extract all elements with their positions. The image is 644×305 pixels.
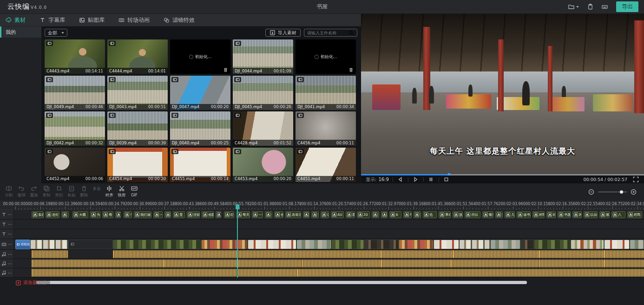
- previous-frame-button[interactable]: [397, 176, 404, 182]
- timeline-ruler[interactable]: 00:00:00.00000:00:06.19800:00:12.39600:0…: [0, 201, 644, 210]
- track-header[interactable]: ⋯: [0, 210, 14, 219]
- clip-thumbnail[interactable]: DJI_0049.mp400:00:46: [45, 76, 105, 110]
- video-clip[interactable]: [630, 240, 644, 249]
- clip-thumbnail[interactable]: C4453.mp400:00:20: [233, 148, 293, 182]
- subtitle-clip[interactable]: A但: [265, 211, 272, 218]
- fullscreen-button[interactable]: [632, 176, 639, 182]
- track-row-text-2[interactable]: ⋯: [0, 229, 644, 239]
- tab-素材[interactable]: 素材: [6, 16, 26, 24]
- subtitle-clip[interactable]: A银饰店: [482, 211, 493, 218]
- track-menu-icon[interactable]: ⋯: [8, 271, 13, 275]
- trash-icon[interactable]: [223, 67, 228, 72]
- sidebar-item-mine[interactable]: 我的: [0, 26, 41, 38]
- tool-粘贴[interactable]: 粘贴: [66, 185, 78, 198]
- clip-thumbnail[interactable]: C4454.mp400:00:20: [107, 148, 168, 182]
- tool-GIF[interactable]: GIF: [128, 185, 140, 198]
- audio-clip[interactable]: [297, 269, 644, 277]
- audio-clip[interactable]: [32, 260, 164, 267]
- subtitle-clip[interactable]: A数量: [495, 211, 503, 218]
- video-clip[interactable]: [571, 240, 604, 249]
- tool-多选[interactable]: 多选: [91, 185, 103, 198]
- audio-clip[interactable]: [381, 260, 451, 267]
- aspect-ratio-control[interactable]: 显示: 16:9: [366, 176, 389, 183]
- subtitle-clip[interactable]: A村民: [627, 211, 642, 218]
- track-menu-icon[interactable]: ⋯: [8, 252, 13, 257]
- tool-撤销[interactable]: 撤销: [15, 185, 27, 198]
- clip-thumbnail[interactable]: DJI_0043.mp400:00:51: [107, 76, 168, 110]
- clip-thumbnail[interactable]: DJI_0040.mp400:00:25: [170, 111, 230, 146]
- clip-thumbnail[interactable]: DJI_0045.mp400:00:26: [233, 76, 293, 110]
- clip-thumbnail[interactable]: C4455.mp400:00:14: [170, 148, 230, 182]
- subtitle-clip[interactable]: AAU: [331, 211, 344, 218]
- subtitle-clip[interactable]: A村民: [532, 211, 545, 218]
- track-header[interactable]: ⋯: [0, 259, 14, 268]
- track-header[interactable]: ⋯: [0, 239, 14, 249]
- subtitle-clip[interactable]: A农家乐: [285, 211, 301, 218]
- track-row-text-1[interactable]: ⋯: [0, 220, 644, 229]
- audio-clip[interactable]: [302, 260, 381, 267]
- video-clip[interactable]: [113, 240, 201, 249]
- stop-button[interactable]: [443, 176, 450, 182]
- subtitle-clip[interactable]: A节: [164, 211, 171, 218]
- clip-thumbnail[interactable]: DJI_0041.mp400:00:34: [296, 76, 356, 110]
- subtitle-clip[interactable]: A开始: [372, 211, 379, 218]
- zoom-in-icon[interactable]: [631, 189, 637, 195]
- track-row-text-0[interactable]: ⋯A实在A在红AA大概A为A每AA书A我们就A一A节A里A挂联A他要AA红星A每…: [0, 210, 644, 220]
- video-clip[interactable]: [604, 240, 630, 249]
- subtitle-clip[interactable]: A他要: [202, 211, 214, 218]
- tool-重做[interactable]: 重做: [28, 185, 40, 198]
- tool-分割[interactable]: 分割: [3, 185, 15, 198]
- subtitle-clip[interactable]: A一早: [252, 211, 263, 218]
- video-clip[interactable]: [459, 240, 490, 249]
- audio-clip[interactable]: [311, 250, 381, 258]
- clip-thumbnail[interactable]: C4444.mp400:14:01: [107, 39, 168, 74]
- tool-对齐[interactable]: 对齐: [103, 185, 115, 198]
- clip-thumbnail[interactable]: C4451.mp400:00:11: [296, 148, 356, 182]
- tab-滤镜特效[interactable]: 滤镜特效: [164, 16, 195, 24]
- zoom-slider[interactable]: [598, 192, 627, 192]
- subtitle-clip[interactable]: A以: [321, 211, 329, 218]
- keyboard-shortcuts-button[interactable]: [602, 4, 608, 10]
- subtitle-clip[interactable]: A他: [274, 211, 283, 218]
- tool-删除[interactable]: 删除: [78, 185, 90, 198]
- clip-loading[interactable]: 初始化...: [170, 39, 230, 74]
- video-clip[interactable]: [434, 240, 459, 249]
- track-row-audio-5[interactable]: ⋯: [0, 259, 644, 268]
- clip-loading[interactable]: 初始化...: [296, 39, 356, 74]
- folder-menu-button[interactable]: [568, 4, 579, 10]
- subtitle-clip[interactable]: A20: [357, 211, 370, 218]
- audio-clip[interactable]: [539, 250, 604, 258]
- clip-thumbnail[interactable]: DJI_0047.mp400:00:20: [170, 76, 230, 110]
- subtitle-clip[interactable]: A书: [124, 211, 132, 218]
- pause-button[interactable]: [427, 176, 435, 182]
- export-button[interactable]: 导出: [616, 1, 638, 12]
- subtitle-clip[interactable]: A红: [546, 211, 556, 218]
- subtitle-clip[interactable]: A每天: [236, 211, 250, 218]
- video-clip[interactable]: [248, 240, 296, 249]
- track-row-audio-6[interactable]: ⋯: [0, 268, 644, 278]
- subtitle-clip[interactable]: A我们就: [134, 211, 151, 218]
- track-menu-icon[interactable]: ⋯: [8, 242, 13, 247]
- video-clip[interactable]: [534, 240, 571, 249]
- clipboard-button[interactable]: [587, 4, 593, 10]
- subtitle-clip[interactable]: A实在: [32, 211, 44, 218]
- subtitle-clip[interactable]: A最: [599, 211, 610, 218]
- subtitle-clip[interactable]: A川: [303, 211, 309, 218]
- subtitle-clip[interactable]: A树: [381, 211, 388, 218]
- subtitle-clip[interactable]: A6: [389, 211, 401, 218]
- video-clip[interactable]: [399, 240, 434, 249]
- track-header[interactable]: ⋯: [0, 229, 14, 239]
- search-input[interactable]: [307, 31, 348, 35]
- track-menu-icon[interactable]: ⋯: [8, 232, 13, 236]
- subtitle-clip[interactable]: A书屋: [558, 211, 571, 218]
- clip-thumbnail[interactable]: DJI_0042.mp400:00:32: [45, 111, 105, 146]
- audio-clip[interactable]: [539, 260, 604, 267]
- video-clip[interactable]: [201, 240, 248, 249]
- track-menu-icon[interactable]: ⋯: [8, 261, 13, 266]
- subtitle-clip[interactable]: A他: [414, 211, 421, 218]
- audio-clip[interactable]: [32, 269, 297, 277]
- video-clip[interactable]: [364, 240, 399, 249]
- subtitle-clip[interactable]: A大概: [72, 211, 88, 218]
- track-menu-icon[interactable]: ⋯: [8, 212, 13, 217]
- subtitle-clip[interactable]: A里: [173, 211, 185, 218]
